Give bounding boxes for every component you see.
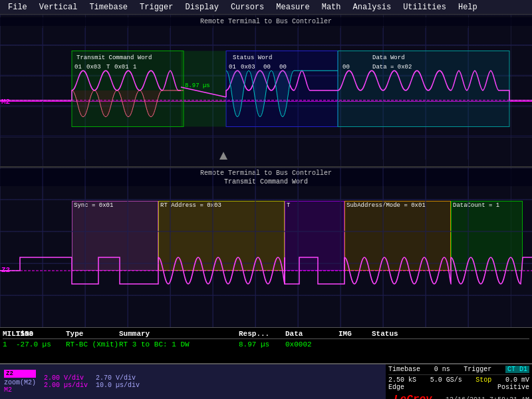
row-type: RT-BC (Xmit) xyxy=(66,340,119,348)
svg-text:00: 00 xyxy=(279,64,287,70)
col-header-type: Type xyxy=(66,330,119,338)
bottom-waveform-svg xyxy=(0,168,532,327)
status-right-top: Timebase 0 ns Trigger CT D1 xyxy=(388,366,529,375)
timestamp: 12/16/2011 7:58:21 AM xyxy=(446,396,529,400)
status-right-row3: Edge Positive xyxy=(388,384,529,391)
lecroy-logo: LeCroy xyxy=(388,392,438,399)
col-header-status: Status xyxy=(372,330,438,338)
menu-utilities[interactable]: Utilities xyxy=(398,1,452,13)
row-time: -27.0 µs xyxy=(16,340,66,348)
data-table: MIL1553 Time Type Summary Resp... Data I… xyxy=(0,327,532,364)
menu-display[interactable]: Display xyxy=(180,1,223,13)
top-waveform-svg: Transmit Command Word 01 0x03 T 0x01 1 S… xyxy=(0,15,532,166)
menu-trigger[interactable]: Trigger xyxy=(134,1,178,13)
menu-measure[interactable]: Measure xyxy=(271,1,315,13)
col-header-data: Data xyxy=(285,330,338,338)
svg-text:1: 1 xyxy=(133,64,136,70)
menu-math[interactable]: Math xyxy=(317,1,346,13)
sample-label: 2.50 kS xyxy=(388,376,416,384)
pink-tdiv: 2.00 µs/div xyxy=(44,382,88,389)
svg-text:Status Word: Status Word xyxy=(233,55,272,61)
menu-file[interactable]: File xyxy=(3,1,33,13)
sample-rate: 5.0 GS/s xyxy=(430,376,462,384)
row-num: 1 xyxy=(3,340,16,348)
col-header-resp: Resp... xyxy=(239,330,285,338)
svg-text:T: T xyxy=(106,64,110,70)
blue-vdiv: 2.70 V/div xyxy=(96,374,140,382)
timebase-label: Timebase xyxy=(388,366,420,373)
top-waveform-panel: M2 Remote Terminal to Bus Controller Tra… xyxy=(0,15,532,168)
blue-tdiv: 10.0 µs/div xyxy=(96,382,140,389)
row-status xyxy=(372,340,438,348)
col-header-num: MIL1553 xyxy=(3,330,16,338)
svg-text:Data = 0x02: Data = 0x02 xyxy=(372,64,412,70)
row-summary: RT 3 to BC: 1 DW xyxy=(119,340,239,348)
col-header-summary: Summary xyxy=(119,330,239,338)
svg-marker-35 xyxy=(219,152,227,160)
col-header-img: IMG xyxy=(338,330,372,338)
menu-vertical[interactable]: Vertical xyxy=(34,1,83,13)
status-bar: Z2 zoom(M2) M2 2.00 V/div 2.00 µs/div 2.… xyxy=(0,364,532,399)
status-left: Z2 zoom(M2) M2 2.00 V/div 2.00 µs/div 2.… xyxy=(0,364,386,399)
zoom-text: zoom(M2) xyxy=(4,379,36,386)
svg-text:01: 01 xyxy=(74,64,82,70)
status-bottom-row: LeCroy 12/16/2011 7:58:21 AM xyxy=(388,392,529,399)
table-header: MIL1553 Time Type Summary Resp... Data I… xyxy=(3,329,529,339)
m2-ref-text: M2 xyxy=(4,386,36,394)
z2-info-box: Z2 zoom(M2) M2 xyxy=(1,366,39,398)
menu-timebase[interactable]: Timebase xyxy=(84,1,133,13)
menubar: File Vertical Timebase Trigger Display C… xyxy=(0,0,532,15)
row-img xyxy=(338,340,372,348)
svg-text:Data Word: Data Word xyxy=(372,55,405,61)
menu-cursors[interactable]: Cursors xyxy=(225,1,269,13)
status-right-bottom: 2.50 kS 5.0 GS/s Stop 0.0 mV xyxy=(388,376,529,384)
menu-analysis[interactable]: Analysis xyxy=(348,1,397,13)
svg-text:Transmit Command Word: Transmit Command Word xyxy=(76,55,152,61)
svg-text:0x01: 0x01 xyxy=(114,64,129,70)
status-right: Timebase 0 ns Trigger CT D1 2.50 kS 5.0 … xyxy=(386,364,532,399)
pink-channel-info: 2.00 V/div 2.00 µs/div xyxy=(41,366,90,398)
svg-text:0x03: 0x03 xyxy=(241,64,255,70)
menu-help[interactable]: Help xyxy=(453,1,483,13)
row-resp: 8.97 µs xyxy=(239,340,285,348)
pink-vdiv: 2.00 V/div xyxy=(44,374,88,382)
z2-badge: Z2 xyxy=(4,370,36,378)
bottom-waveform-panel: Z2 Remote Terminal to Bus Controller Tra… xyxy=(0,168,532,327)
edge-val: Positive xyxy=(497,384,529,391)
trigger-label: Trigger xyxy=(464,366,491,373)
table-row[interactable]: 1 -27.0 µs RT-BC (Xmit) RT 3 to BC: 1 DW… xyxy=(3,339,529,350)
svg-text:0x03: 0x03 xyxy=(86,64,101,70)
trigger-badge: CT D1 xyxy=(505,366,529,373)
edge-label: Edge xyxy=(388,384,404,391)
svg-text:01: 01 xyxy=(229,64,236,70)
blue-channel-info: 2.70 V/div 10.0 µs/div xyxy=(93,366,142,398)
svg-text:00: 00 xyxy=(263,64,271,70)
svg-text:8.97 µs: 8.97 µs xyxy=(185,82,210,89)
stop-label: Stop xyxy=(475,376,491,384)
col-header-time: Time xyxy=(16,330,66,338)
svg-text:00: 00 xyxy=(342,64,350,70)
timebase-val: 0 ns xyxy=(434,366,450,373)
stop-val: 0.0 mV xyxy=(505,376,529,384)
row-data: 0x0002 xyxy=(285,340,338,348)
